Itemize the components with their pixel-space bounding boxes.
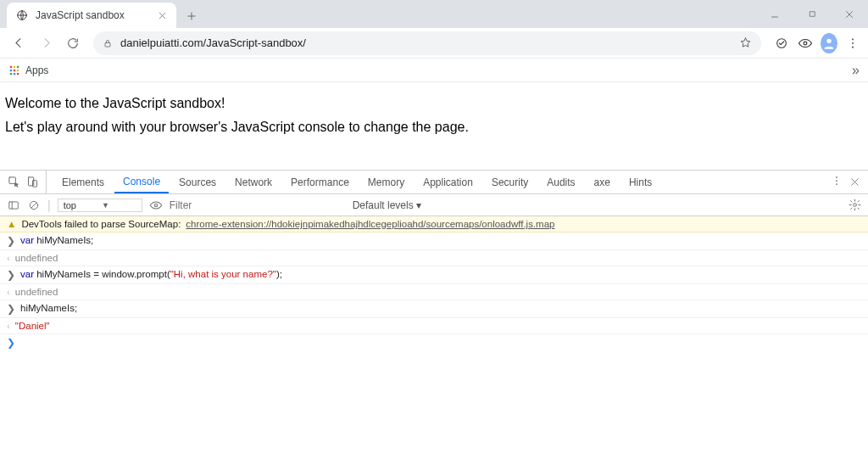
svg-point-7 [852,42,854,43]
console-output-row: ‹"Daniel" [0,318,868,334]
svg-point-23 [836,183,837,185]
page-line-1: Welcome to the JavaScript sandbox! [5,96,863,111]
console-line-text: "Daniel" [15,321,50,331]
browser-tab[interactable]: JavaScript sandbox [7,3,176,28]
svg-point-22 [836,180,837,182]
console-line-text: hiMyNameIs; [20,303,77,313]
devtools-tab-axe[interactable]: axe [586,171,619,193]
svg-rect-15 [10,72,12,74]
log-levels-selector[interactable]: Default levels ▾ [353,199,421,211]
console-output-row: ‹undefined [0,284,868,300]
console-line-text: var hiMyNameIs = window.prompt("Hi, what… [20,269,282,279]
svg-rect-2 [105,42,110,47]
inspect-element-icon[interactable] [7,176,20,189]
console-prompt-caret-icon: ❯ [7,337,15,349]
close-icon[interactable] [156,9,168,21]
extension-area [773,35,861,52]
input-caret-icon: ❯ [7,303,15,315]
clear-console-icon[interactable] [27,199,41,212]
input-caret-icon: ❯ [7,235,15,247]
window-close-button[interactable] [831,0,868,28]
apps-label: Apps [25,64,48,76]
chevron-down-icon: ▼ [102,201,109,210]
svg-rect-10 [14,65,15,67]
eye-icon[interactable] [797,35,814,52]
svg-rect-12 [10,69,12,70]
console-line-text: undefined [15,253,58,263]
back-button[interactable] [7,31,31,55]
devtools-tab-memory[interactable]: Memory [359,171,413,193]
context-value: top [64,200,76,210]
maximize-button[interactable] [793,0,831,28]
profile-avatar[interactable] [821,35,837,52]
console-settings-icon[interactable] [848,199,861,212]
input-caret-icon: ❯ [7,269,15,281]
svg-rect-13 [14,69,15,70]
devtools-header: ElementsConsoleSourcesNetworkPerformance… [0,171,868,194]
url-bar[interactable]: danielpuiatti.com/JavaScript-sandbox/ [93,31,761,55]
console-filter-input[interactable] [170,199,339,211]
devtools-tab-hints[interactable]: Hints [620,171,660,193]
console-sidebar-toggle-icon[interactable] [7,199,20,212]
console-toolbar: | top ▼ Default levels ▾ [0,194,868,216]
window-controls [756,0,868,28]
console-input-row: ❯var hiMyNameIs = window.prompt("Hi, wha… [0,266,868,284]
bookmarks-overflow-icon[interactable]: » [852,63,860,78]
console-input-row: ❯var hiMyNameIs; [0,232,868,250]
url-text: danielpuiatti.com/JavaScript-sandbox/ [120,36,732,49]
devtools-tab-elements[interactable]: Elements [53,171,113,193]
tab-strip: JavaScript sandbox [0,0,868,28]
devtools-tab-application[interactable]: Application [415,171,481,193]
extension-icon[interactable] [773,35,790,52]
console-input-row: ❯hiMyNameIs; [0,300,868,318]
devtools-menu-icon[interactable] [831,175,843,189]
svg-point-4 [804,42,807,45]
log-levels-label: Default levels ▾ [353,199,421,211]
reload-button[interactable] [61,31,85,55]
apps-grid-icon [8,64,20,76]
svg-point-21 [836,176,837,178]
menu-button[interactable] [844,35,861,52]
warning-text: DevTools failed to parse SourceMap: [21,219,181,229]
warning-link[interactable]: chrome-extension://hdokiejnpimakedhajhdl… [186,219,554,229]
devtools-tab-performance[interactable]: Performance [282,171,358,193]
bookmark-star-icon[interactable] [739,36,753,50]
output-caret-icon: ‹ [7,321,10,331]
tab-title: JavaScript sandbox [36,9,149,21]
svg-rect-16 [14,72,15,74]
lock-icon [102,37,114,49]
svg-point-27 [853,204,856,207]
minimize-button[interactable] [756,0,793,28]
svg-point-26 [154,204,157,206]
console-prompt[interactable]: ❯ [0,334,868,351]
devtools-tabs: ElementsConsoleSourcesNetworkPerformance… [47,171,660,193]
console-line-text: var hiMyNameIs; [20,235,93,245]
devtools-tab-network[interactable]: Network [226,171,281,193]
warning-triangle-icon: ▲ [7,219,16,229]
svg-rect-14 [17,69,19,70]
svg-point-6 [852,38,854,40]
output-caret-icon: ‹ [7,253,10,263]
globe-icon [15,8,29,22]
console-warning-row: ▲ DevTools failed to parse SourceMap: ch… [0,216,868,232]
devtools-tab-console[interactable]: Console [114,171,169,193]
devtools-tab-sources[interactable]: Sources [170,171,225,193]
devtools-close-icon[interactable] [848,176,861,189]
device-toggle-icon[interactable] [25,176,39,189]
console-output-row: ‹undefined [0,250,868,266]
svg-rect-1 [810,12,815,17]
output-caret-icon: ‹ [7,287,10,297]
browser-toolbar: danielpuiatti.com/JavaScript-sandbox/ [0,28,868,59]
new-tab-button[interactable] [180,4,203,28]
forward-button[interactable] [34,31,58,55]
devtools-tab-security[interactable]: Security [483,171,537,193]
apps-button[interactable]: Apps [8,64,48,76]
svg-rect-9 [10,65,12,67]
svg-rect-17 [17,72,19,74]
bookmarks-bar: Apps » [0,59,868,82]
svg-point-5 [826,38,831,42]
svg-point-8 [852,46,854,48]
live-expression-icon[interactable] [149,199,163,212]
devtools-tab-audits[interactable]: Audits [538,171,583,193]
execution-context-selector[interactable]: top ▼ [58,199,142,212]
